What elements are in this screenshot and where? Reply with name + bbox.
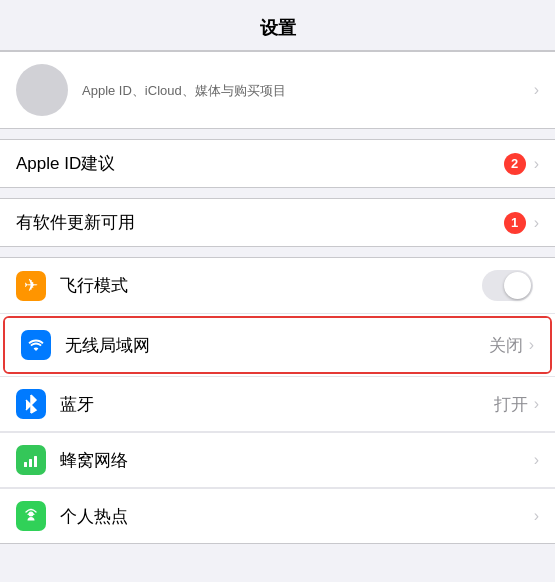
- suggestions-chevron-icon: ›: [534, 155, 539, 173]
- bluetooth-label: 蓝牙: [60, 393, 494, 416]
- airplane-mode-row[interactable]: ✈ 飞行模式: [0, 257, 555, 314]
- wifi-highlight-container: 无线局域网 关闭 ›: [0, 314, 555, 376]
- profile-subtitle: Apple ID、iCloud、媒体与购买项目: [82, 82, 534, 100]
- svg-rect-2: [29, 459, 32, 467]
- software-update-row[interactable]: 有软件更新可用 1 ›: [0, 199, 555, 246]
- software-update-label: 有软件更新可用: [16, 211, 504, 234]
- wifi-chevron-icon: ›: [529, 336, 534, 354]
- suggestions-badge: 2: [504, 153, 526, 175]
- page-title: 设置: [260, 18, 296, 38]
- svg-rect-1: [24, 462, 27, 467]
- wifi-highlight-border: 无线局域网 关闭 ›: [3, 316, 552, 374]
- cellular-label: 蜂窝网络: [60, 449, 534, 472]
- software-update-chevron-icon: ›: [534, 214, 539, 232]
- profile-row[interactable]: Apple ID、iCloud、媒体与购买项目 ›: [0, 51, 555, 129]
- software-update-group: 有软件更新可用 1 ›: [0, 198, 555, 247]
- bluetooth-chevron-icon: ›: [534, 395, 539, 413]
- hotspot-row[interactable]: 个人热点 ›: [0, 488, 555, 544]
- avatar: [16, 64, 68, 116]
- suggestions-group: Apple ID建议 2 ›: [0, 139, 555, 188]
- suggestions-label: Apple ID建议: [16, 152, 504, 175]
- hotspot-chevron-icon: ›: [534, 507, 539, 525]
- apple-id-suggestions-row[interactable]: Apple ID建议 2 ›: [0, 140, 555, 187]
- hotspot-icon: [16, 501, 46, 531]
- cellular-row[interactable]: 蜂窝网络 ›: [0, 432, 555, 488]
- wifi-row[interactable]: 无线局域网 关闭 ›: [5, 318, 550, 372]
- software-update-badge: 1: [504, 212, 526, 234]
- profile-chevron-icon: ›: [534, 81, 539, 99]
- main-settings-group: ✈ 飞行模式 无线局域网 关闭 ›: [0, 257, 555, 544]
- airplane-icon: ✈: [16, 271, 46, 301]
- cellular-icon: [16, 445, 46, 475]
- airplane-label: 飞行模式: [60, 274, 482, 297]
- profile-text: Apple ID、iCloud、媒体与购买项目: [82, 80, 534, 100]
- settings-header: 设置: [0, 0, 555, 51]
- wifi-value: 关闭: [489, 334, 523, 357]
- svg-rect-3: [34, 456, 37, 467]
- toggle-knob: [504, 272, 531, 299]
- bluetooth-icon: [16, 389, 46, 419]
- wifi-icon: [21, 330, 51, 360]
- wifi-label: 无线局域网: [65, 334, 489, 357]
- airplane-toggle[interactable]: [482, 270, 533, 301]
- bluetooth-value: 打开: [494, 393, 528, 416]
- cellular-chevron-icon: ›: [534, 451, 539, 469]
- hotspot-label: 个人热点: [60, 505, 534, 528]
- bluetooth-row[interactable]: 蓝牙 打开 ›: [0, 376, 555, 432]
